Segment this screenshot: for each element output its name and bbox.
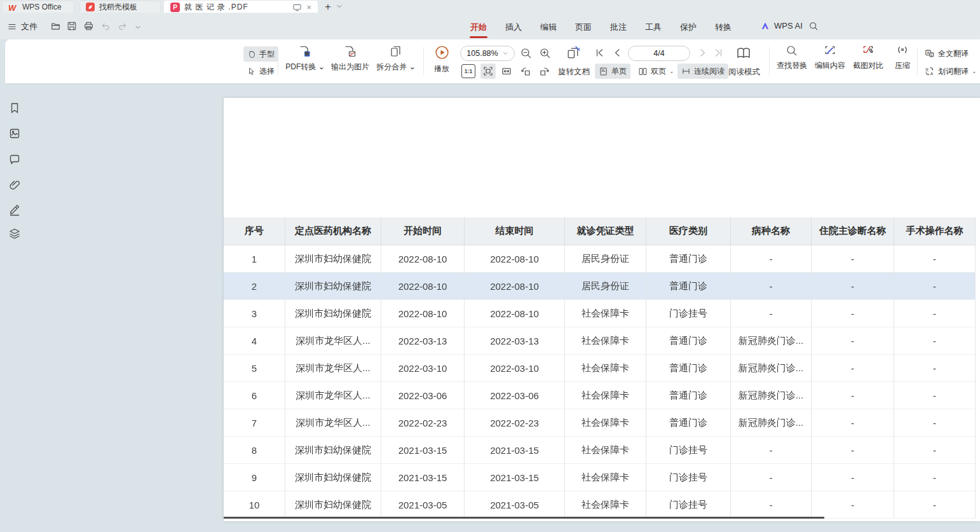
zoom-out-icon[interactable] bbox=[520, 47, 533, 60]
table-header-cell: 就诊凭证类型 bbox=[565, 217, 646, 245]
table-header-cell: 医疗类别 bbox=[646, 217, 731, 245]
bookmark-icon[interactable] bbox=[8, 102, 21, 114]
comment-icon[interactable] bbox=[8, 153, 21, 166]
menu-insert[interactable]: 插入 bbox=[505, 20, 522, 34]
zoom-in-icon[interactable] bbox=[539, 47, 552, 60]
single-page-button[interactable]: 单页 bbox=[595, 64, 630, 79]
tab-wps-home[interactable]: W WPS Office bbox=[2, 1, 74, 13]
compress-label: 压缩 bbox=[895, 60, 910, 71]
continuous-read-button[interactable]: 连续阅读 bbox=[677, 64, 728, 79]
more-actions-chevron-icon[interactable] bbox=[134, 24, 142, 31]
undo-icon[interactable] bbox=[100, 22, 111, 31]
table-cell: 深圳市龙华区人... bbox=[285, 355, 381, 382]
save-icon[interactable] bbox=[67, 21, 77, 31]
menu-protect[interactable]: 保护 bbox=[680, 20, 697, 34]
menu-search-icon[interactable] bbox=[808, 21, 819, 31]
word-translate-button[interactable]: 文A 划词翻译 ⌄ bbox=[920, 64, 980, 79]
play-button[interactable]: 播放 bbox=[430, 44, 454, 74]
table-cell: 9 bbox=[224, 464, 285, 491]
table-cell: 2 bbox=[224, 273, 285, 300]
table-cell: 2022-03-10 bbox=[381, 355, 465, 382]
wps-ai-button[interactable]: WPS AI bbox=[760, 21, 803, 31]
menu-tools[interactable]: 工具 bbox=[645, 20, 662, 34]
new-tab-button[interactable]: + bbox=[322, 1, 334, 13]
table-row: 4深圳市龙华区人...2022-03-132022-03-13社会保障卡普通门诊… bbox=[224, 327, 976, 355]
edit-content-icon bbox=[824, 44, 836, 57]
page-indicator-input[interactable]: 4/4 bbox=[628, 46, 690, 61]
menu-convert[interactable]: 转换 bbox=[715, 20, 732, 34]
table-cell: 2021-03-05 bbox=[381, 491, 465, 519]
layers-icon[interactable] bbox=[8, 228, 21, 240]
find-replace-button[interactable]: 查找替换 bbox=[775, 44, 808, 71]
rotate-doc-label[interactable]: 旋转文档 bbox=[558, 67, 590, 78]
table-cell: 社会保障卡 bbox=[565, 300, 646, 327]
menu-home[interactable]: 开始 bbox=[470, 20, 487, 34]
table-cell: 门诊挂号 bbox=[646, 491, 731, 519]
toolbar-panel: 手型 选择 W PDF转换 ⌄ 输出为图片 拆分合并 ⌄ 播放 105.88% … bbox=[5, 39, 980, 83]
hand-tool-label: 手型 bbox=[259, 49, 275, 60]
read-mode-icon[interactable] bbox=[736, 46, 751, 60]
table-row: 1深圳市妇幼保健院2022-08-102022-08-10居民身份证普通门诊--… bbox=[224, 245, 976, 273]
table-cell: 7 bbox=[224, 409, 285, 437]
rotate-doc-icon[interactable] bbox=[566, 45, 582, 61]
svg-text:A: A bbox=[930, 71, 934, 76]
full-translate-button[interactable]: A文 全文翻译 bbox=[920, 46, 972, 61]
last-page-icon[interactable] bbox=[714, 48, 723, 57]
split-merge-button[interactable]: 拆分合并 ⌄ bbox=[375, 44, 417, 72]
thumbnail-icon[interactable] bbox=[8, 127, 21, 140]
menu-page[interactable]: 页面 bbox=[575, 20, 592, 34]
compress-button[interactable]: 压缩 bbox=[891, 44, 914, 71]
table-row: 8深圳市妇幼保健院2021-03-152021-03-15社会保障卡门诊挂号--… bbox=[224, 437, 976, 464]
word-translate-icon: 文A bbox=[924, 66, 935, 76]
table-cell: 1 bbox=[224, 245, 285, 273]
table-cell: - bbox=[812, 382, 894, 409]
select-tool-button[interactable]: 选择 bbox=[243, 64, 278, 79]
close-tab-icon[interactable]: × bbox=[306, 3, 311, 11]
prev-page-icon[interactable] bbox=[613, 48, 622, 57]
table-cell: 2022-02-23 bbox=[465, 409, 565, 437]
svg-text:P: P bbox=[173, 4, 177, 11]
double-page-button[interactable]: 双页 ⌄ bbox=[634, 64, 678, 79]
print-icon[interactable] bbox=[83, 21, 94, 31]
export-image-icon bbox=[343, 44, 357, 58]
menu-edit[interactable]: 编辑 bbox=[540, 20, 557, 34]
fit-width-icon[interactable] bbox=[501, 65, 512, 77]
tab-list-chevron-icon[interactable] bbox=[336, 3, 343, 10]
rotate-left-icon[interactable] bbox=[520, 65, 531, 77]
edit-content-button[interactable]: 编辑内容 bbox=[813, 44, 847, 71]
table-cell: - bbox=[894, 245, 976, 273]
svg-text:文: 文 bbox=[930, 53, 934, 57]
rotate-right-icon[interactable] bbox=[539, 65, 550, 77]
pdf-convert-button[interactable]: W PDF转换 ⌄ bbox=[285, 44, 325, 72]
actual-size-icon[interactable]: 1:1 bbox=[461, 64, 475, 78]
svg-text:W: W bbox=[305, 51, 310, 56]
hamburger-icon bbox=[8, 22, 17, 31]
export-image-button[interactable]: 输出为图片 bbox=[330, 44, 370, 72]
table-cell: 社会保障卡 bbox=[565, 464, 646, 491]
table-cell: 2022-03-06 bbox=[381, 382, 465, 409]
zoom-level-select[interactable]: 105.88% bbox=[460, 46, 515, 61]
screenshot-compare-button[interactable]: 截图对比 bbox=[852, 44, 885, 71]
table-cell: - bbox=[894, 491, 976, 519]
read-mode-label[interactable]: 阅读模式 bbox=[728, 67, 760, 78]
double-page-icon bbox=[638, 67, 648, 76]
fit-page-icon[interactable] bbox=[480, 64, 496, 79]
play-icon bbox=[434, 44, 450, 60]
table-cell: 2022-08-10 bbox=[381, 300, 465, 327]
screenshot-compare-label: 截图对比 bbox=[853, 60, 883, 71]
next-page-icon[interactable] bbox=[698, 48, 707, 57]
hand-tool-button[interactable]: 手型 bbox=[243, 46, 278, 62]
tab-document-pdf[interactable]: P 就 医 记 录 .PDF × bbox=[164, 1, 318, 13]
table-cell: - bbox=[812, 409, 894, 437]
redo-icon[interactable] bbox=[118, 22, 128, 31]
first-page-icon[interactable] bbox=[595, 48, 604, 57]
attachment-icon[interactable] bbox=[8, 179, 21, 191]
menu-comment[interactable]: 批注 bbox=[610, 20, 627, 34]
signature-pen-icon[interactable] bbox=[8, 203, 21, 216]
file-menu[interactable]: 文件 bbox=[8, 21, 37, 32]
monitor-icon[interactable] bbox=[292, 3, 302, 11]
tab-docer-templates[interactable]: 找稻壳模板 bbox=[79, 1, 161, 13]
table-cell: 普通门诊 bbox=[646, 273, 731, 300]
open-file-icon[interactable] bbox=[50, 21, 61, 31]
select-tool-label: 选择 bbox=[259, 66, 275, 77]
